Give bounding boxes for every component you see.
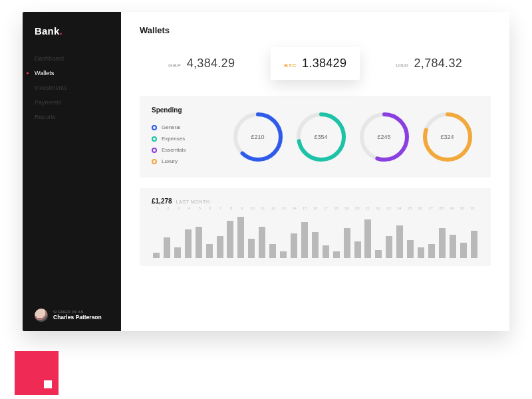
- sidebar-item-reports[interactable]: Reports: [35, 110, 110, 124]
- balance-code: USD: [396, 63, 408, 68]
- sidebar-item-investments[interactable]: Investments: [35, 80, 110, 95]
- sidebar-item-dashboard[interactable]: Dashboard: [35, 51, 110, 66]
- axis-tick: 15: [300, 206, 309, 210]
- legend-color-icon: [152, 125, 157, 130]
- balance-amount: 4,384.29: [187, 57, 235, 70]
- axis-tick: 5: [195, 206, 204, 210]
- legend-color-icon: [152, 148, 157, 153]
- axis-tick: 25: [405, 206, 414, 210]
- page-title: Wallets: [140, 25, 491, 35]
- bar[interactable]: [206, 244, 213, 258]
- bar[interactable]: [375, 250, 382, 258]
- axis-tick: 9: [237, 206, 246, 210]
- brand-dot: .: [59, 25, 62, 37]
- spending-ring[interactable]: £245: [358, 111, 410, 163]
- spending-title: Spending: [152, 106, 213, 114]
- legend-label: Luxury: [162, 158, 178, 164]
- axis-tick: 14: [289, 206, 299, 210]
- spending-rings: £210 £354 £245 £324: [226, 106, 479, 167]
- bar[interactable]: [386, 236, 392, 258]
- spending-ring[interactable]: £210: [232, 111, 284, 163]
- nav-list: Dashboard Wallets Investments Payments R…: [35, 51, 110, 124]
- axis-tick: 26: [416, 206, 425, 210]
- ring-value: £245: [358, 111, 410, 163]
- bar[interactable]: [428, 244, 435, 258]
- bar[interactable]: [280, 251, 287, 258]
- brand-square-icon: [15, 351, 59, 395]
- sidebar-item-payments[interactable]: Payments: [35, 95, 110, 110]
- bar[interactable]: [333, 251, 340, 258]
- bar[interactable]: [291, 233, 297, 258]
- axis-tick: 17: [321, 206, 331, 210]
- bar[interactable]: [259, 227, 265, 258]
- axis-tick: 19: [342, 206, 351, 210]
- bar[interactable]: [354, 241, 361, 258]
- bar[interactable]: [439, 228, 446, 258]
- legend-item[interactable]: General: [152, 122, 213, 133]
- bar[interactable]: [407, 240, 414, 258]
- balance-code: GBP: [168, 63, 182, 68]
- bar[interactable]: [217, 236, 223, 258]
- sidebar-item-wallets[interactable]: Wallets: [35, 66, 110, 80]
- bar[interactable]: [269, 244, 276, 258]
- bar-chart: [152, 213, 479, 258]
- ring-value: £324: [422, 111, 473, 163]
- bar[interactable]: [364, 219, 371, 258]
- bar[interactable]: [323, 245, 329, 258]
- brand: Bank.: [35, 25, 110, 37]
- axis-tick: 11: [258, 206, 267, 210]
- bar[interactable]: [164, 237, 170, 258]
- axis-tick: 16: [311, 206, 320, 210]
- bar[interactable]: [396, 225, 403, 258]
- bar[interactable]: [312, 232, 319, 258]
- balance-btc[interactable]: BTC 1.38429: [271, 47, 360, 80]
- legend-label: Expenses: [162, 136, 185, 142]
- bar[interactable]: [196, 227, 202, 258]
- axis-tick: 28: [437, 206, 446, 210]
- ring-value: £354: [295, 111, 347, 163]
- legend-item[interactable]: Expenses: [152, 133, 213, 144]
- balance-code: BTC: [284, 63, 297, 68]
- axis-tick: 27: [426, 206, 436, 210]
- last-month-card: £1,278 LAST MONTH 1234567891011121314151…: [140, 188, 491, 266]
- axis-tick: 30: [458, 206, 467, 210]
- main: Wallets GBP 4,384.29 BTC 1.38429 USD 2,7…: [121, 12, 509, 331]
- sidebar: Bank. Dashboard Wallets Investments Paym…: [23, 12, 121, 331]
- legend-item[interactable]: Luxury: [152, 156, 213, 167]
- axis-tick: 20: [352, 206, 362, 210]
- bar[interactable]: [248, 239, 255, 258]
- balance-usd[interactable]: USD 2,784.32: [382, 47, 475, 80]
- legend-label: General: [162, 124, 180, 130]
- axis-tick: 7: [216, 206, 225, 210]
- bar[interactable]: [185, 229, 192, 258]
- spending-card: Spending GeneralExpensesEssentialsLuxury…: [140, 96, 491, 178]
- bar[interactable]: [174, 247, 181, 258]
- axis-tick: 10: [247, 206, 257, 210]
- bar[interactable]: [237, 217, 244, 258]
- bar[interactable]: [471, 231, 477, 258]
- bar[interactable]: [227, 221, 233, 258]
- bar[interactable]: [153, 253, 160, 258]
- signed-in-name: Charles Patterson: [53, 315, 102, 321]
- legend-color-icon: [152, 136, 157, 142]
- axis-tick: 4: [184, 206, 194, 210]
- spending-ring[interactable]: £324: [422, 111, 473, 163]
- axis-tick: 18: [332, 206, 341, 210]
- signed-in-user[interactable]: SIGNED IN AS Charles Patterson: [35, 309, 110, 322]
- bar[interactable]: [301, 222, 308, 258]
- axis-tick: 21: [363, 206, 372, 210]
- bar[interactable]: [450, 235, 456, 258]
- last-month-caption: LAST MONTH: [176, 200, 210, 204]
- axis-tick: 13: [279, 206, 289, 210]
- spending-ring[interactable]: £354: [295, 111, 347, 163]
- legend-item[interactable]: Essentials: [152, 144, 213, 156]
- bar[interactable]: [418, 247, 424, 258]
- balance-gbp[interactable]: GBP 4,384.29: [155, 47, 248, 80]
- axis-tick: 22: [374, 206, 383, 210]
- axis-tick: 2: [164, 206, 173, 210]
- axis-tick: 12: [269, 206, 278, 210]
- bar[interactable]: [344, 228, 350, 258]
- spending-legend: GeneralExpensesEssentialsLuxury: [152, 122, 213, 167]
- bar[interactable]: [460, 243, 467, 258]
- last-month-amount: £1,278: [152, 198, 172, 205]
